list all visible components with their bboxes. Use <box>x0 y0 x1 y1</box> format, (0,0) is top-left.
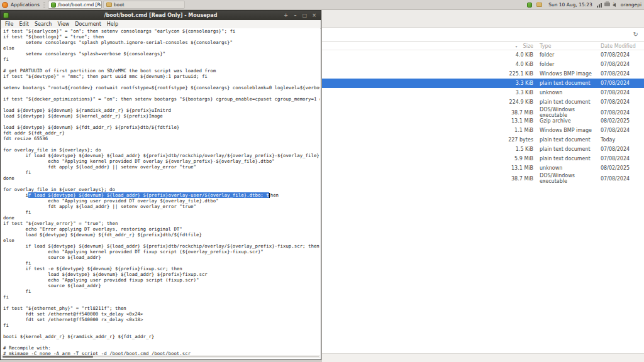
file-size: 3.3 KiB <box>458 90 533 96</box>
mousepad-icon <box>51 3 56 8</box>
user-name[interactable]: orangepi <box>621 2 641 8</box>
file-row[interactable]: 13.1 MiBunknown08/02/2025 <box>322 163 644 173</box>
menubar: FileEditSearchViewDocumentHelp <box>1 20 321 29</box>
code-line: else <box>1 238 320 243</box>
file-date: 07/08/2024 <box>601 90 644 96</box>
file-date: 07/08/2024 <box>601 146 644 152</box>
file-row[interactable]: 4.0 KiBfolder07/08/2024 <box>322 50 644 60</box>
file-row[interactable]: 4.0 KiBfolder07/08/2024 <box>322 60 644 69</box>
keep-above-button[interactable]: + <box>283 11 289 20</box>
code-line: fdt apply ${load_addr} || setenv overlay… <box>1 204 320 209</box>
file-row[interactable]: 227 bytesplain text documentToday <box>322 135 644 145</box>
file-date: 07/08/2024 <box>601 52 644 58</box>
file-type: DOS/Windows executable <box>540 107 601 118</box>
volume-icon[interactable] <box>613 3 616 7</box>
code-line: if test "${overlay_error}" = "true"; the… <box>1 221 320 226</box>
code-line: load ${devtype} ${devnum} ${fdt_addr_r} … <box>1 232 320 238</box>
maximize-button[interactable]: □ <box>302 11 308 20</box>
window-buttons: +–□× <box>283 11 321 20</box>
menu-file[interactable]: File <box>5 21 13 27</box>
menu-view[interactable]: View <box>57 21 69 27</box>
code-line: if test "${earlycon}" = "on"; then seten… <box>1 28 320 34</box>
file-type: folder <box>540 52 601 58</box>
file-date: 07/08/2024 <box>601 62 644 67</box>
code-line: if load ${devtype} ${devnum} ${load_addr… <box>1 192 320 198</box>
menu-help[interactable]: Help <box>107 21 118 27</box>
file-manager-toolbar <box>322 10 644 28</box>
window-titlebar[interactable]: /boot/boot.cmd [Read Only] - Mousepad +–… <box>1 11 321 20</box>
file-row[interactable]: 38.7 MiBDOS/Windows executable07/08/2024 <box>322 107 644 116</box>
column-header-size[interactable]: ▾ Size <box>458 43 533 49</box>
file-date: 07/08/2024 <box>601 156 644 162</box>
taskbar-button-label: boot <box>114 2 125 8</box>
code-line: echo "Applying user provided fixup scrip… <box>1 277 320 283</box>
file-list: 4.0 KiBfolder07/08/20244.0 KiBfolder07/0… <box>322 50 644 182</box>
file-size: 224.9 KiB <box>458 99 533 105</box>
folder-icon <box>106 3 112 7</box>
file-list-header: ▾ Size Type Date Modified <box>322 42 644 50</box>
file-date: 07/08/2024 <box>601 80 644 86</box>
file-size: 4.0 KiB <box>458 62 533 67</box>
code-line: fdt resize 65536 <box>1 136 320 141</box>
file-type: plain text document <box>540 137 601 143</box>
code-line: echo "Applying user provided DT overlay … <box>1 198 320 204</box>
minimize-button[interactable]: – <box>292 11 298 20</box>
file-size: 13.1 MiB <box>458 165 533 171</box>
file-row[interactable]: 3.3 KiBunknown07/08/2024 <box>322 88 644 97</box>
menu-document[interactable]: Document <box>75 21 101 27</box>
horizontal-scrollbar[interactable] <box>1 355 320 358</box>
file-size: 38.7 MiB <box>458 110 533 116</box>
file-row[interactable]: 225.1 KiBWindows BMP image07/08/2024 <box>322 69 644 79</box>
file-row[interactable]: 5.9 MiBplain text document07/08/2024 <box>322 154 644 163</box>
network-signal-icon[interactable] <box>597 3 602 8</box>
file-date: 07/08/2024 <box>601 99 644 105</box>
file-row[interactable]: 3.3 KiBplain text document07/08/2024 <box>322 79 644 88</box>
code-line <box>1 62 320 68</box>
panel-separator <box>43 2 45 8</box>
file-manager-location-bar[interactable]: ↻ <box>322 28 644 42</box>
printer-icon[interactable] <box>604 3 610 6</box>
scrollbar-thumb[interactable] <box>3 356 93 358</box>
file-row[interactable]: 38.7 MiBDOS/Windows executable07/08/2024 <box>322 173 644 182</box>
code-line: load ${devtype} ${devnum} ${fdt_addr_r} … <box>1 124 320 130</box>
code-line <box>1 328 320 334</box>
code-line: if load ${devtype} ${devnum} ${load_addr… <box>1 153 320 158</box>
menu-search[interactable]: Search <box>35 21 52 27</box>
text-selection: f load ${devtype} ${devnum} ${load_addr}… <box>28 192 269 198</box>
code-line: source ${load_addr} <box>1 283 320 288</box>
file-type: DOS/Windows executable <box>540 173 601 184</box>
code-line: if test -e ${devtype} ${devnum} ${prefix… <box>1 266 320 272</box>
menu-edit[interactable]: Edit <box>19 21 29 27</box>
applications-menu[interactable]: Applications <box>11 2 40 8</box>
column-header-type[interactable]: Type <box>540 43 601 49</box>
file-row[interactable]: 1.5 KiBplain text document07/08/2024 <box>322 145 644 154</box>
code-line: for overlay_file in ${overlays}; do <box>1 147 320 153</box>
file-date: 07/08/2024 <box>601 128 644 133</box>
code-line <box>1 300 320 305</box>
file-row[interactable]: 1.1 MiBWindows BMP image07/08/2024 <box>322 126 644 135</box>
file-date: 08/02/2025 <box>601 118 644 124</box>
code-line: fdt set /ethernet@ff540000 rx_delay <0x1… <box>1 317 320 322</box>
taskbar-button-boot[interactable]: boot <box>103 1 185 9</box>
clock[interactable]: Sun 10 Aug, 15:23 <box>548 2 592 8</box>
refresh-icon[interactable]: ↻ <box>633 31 638 38</box>
distro-logo-icon[interactable] <box>2 2 8 8</box>
file-type: plain text document <box>540 99 601 105</box>
column-header-date[interactable]: Date Modified <box>601 43 644 49</box>
editor-text[interactable]: if test "${earlycon}" = "on"; then seten… <box>1 28 320 356</box>
taskbar-button-mousepad[interactable]: /boot/boot.cmd [Read O... <box>48 1 102 9</box>
file-row[interactable]: 224.9 KiBplain text document07/08/2024 <box>322 97 644 107</box>
code-line: fi <box>1 260 320 266</box>
file-manager-window: ↻ ▾ Size Type Date Modified 4.0 KiBfolde… <box>322 10 644 362</box>
folder-tray-icon[interactable] <box>536 3 542 7</box>
close-button[interactable]: × <box>311 11 317 20</box>
code-line: if test "${bootlogo}" = "true"; then <box>1 34 320 40</box>
code-line: if test "${ethernet_phy}" = "rtl8211f"; … <box>1 305 320 311</box>
file-row[interactable]: 13.1 MiBGzip archive08/02/2025 <box>322 116 644 126</box>
code-line: fdt addr ${fdt_addr_r} <box>1 130 320 136</box>
file-size: 5.9 MiB <box>458 156 533 162</box>
code-line <box>1 141 320 147</box>
mousepad-tray-icon[interactable] <box>527 3 532 8</box>
sort-descending-icon: ▾ <box>516 44 518 48</box>
top-panel: Applications /boot/boot.cmd [Read O... b… <box>0 0 644 10</box>
